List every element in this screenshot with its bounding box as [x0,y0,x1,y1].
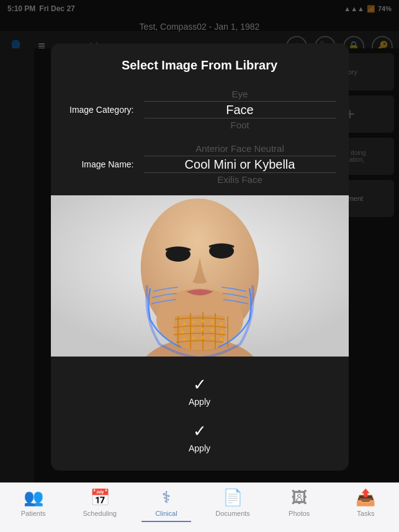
picker-separator-top [144,101,336,102]
photos-icon: 🖼 [291,488,307,507]
modal-overlay: Select Image From Library Image Category… [0,0,399,532]
clinical-underline [141,521,191,522]
picker-separator-bottom [144,118,336,118]
svg-point-18 [202,336,204,339]
category-eye-option: Eye [144,87,336,101]
apply-checkmark-2: ✓ [193,422,207,441]
image-preview [51,195,349,357]
name-anterior-option: Anterior Face Neutral [144,142,336,156]
apply-button-2[interactable]: ✓ Apply [176,417,223,458]
tab-clinical[interactable]: ⚕ Clinical [141,488,191,522]
documents-label: Documents [215,510,250,517]
svg-point-12 [191,329,194,331]
svg-point-15 [221,330,223,333]
svg-point-16 [183,338,186,340]
name-exilis-option: Exilis Face [144,173,336,187]
patients-icon: 👥 [24,488,43,507]
modal-title: Select Image From Library [51,58,349,73]
scheduling-icon: 📅 [90,488,110,507]
svg-point-11 [181,330,184,333]
clinical-icon: ⚕ [162,488,171,507]
tab-bar: 👥 Patients 📅 Scheduling ⚕ Clinical 📄 Doc… [0,482,399,532]
category-face-option: Face [144,101,336,118]
image-category-section: Image Category: Eye Face Foot [51,85,349,135]
svg-point-13 [201,328,204,330]
apply-label-2: Apply [189,443,210,453]
svg-point-8 [202,320,204,322]
tab-scheduling[interactable]: 📅 Scheduling [75,488,125,517]
category-foot-option: Foot [144,118,336,132]
tasks-icon: 📤 [356,488,375,507]
apply-label-1: Apply [189,397,210,407]
clinical-label: Clinical [155,510,177,517]
documents-icon: 📄 [223,488,243,507]
scheduling-label: Scheduling [83,510,117,517]
svg-point-17 [192,337,195,339]
apply-checkmark-1: ✓ [193,375,207,394]
svg-point-14 [211,329,213,331]
image-category-picker[interactable]: Eye Face Foot [144,85,336,135]
tab-patients[interactable]: 👥 Patients [9,488,58,517]
patients-label: Patients [21,510,46,517]
tasks-label: Tasks [357,510,374,517]
face-illustration [51,195,349,357]
svg-point-6 [183,322,186,325]
tab-tasks[interactable]: 📤 Tasks [341,488,390,517]
name-coolmini-option: Cool Mini or Kybella [144,156,336,173]
svg-point-9 [211,321,213,323]
tab-documents[interactable]: 📄 Documents [208,488,258,517]
svg-point-7 [192,321,195,323]
svg-point-20 [220,338,223,340]
image-name-picker[interactable]: Anterior Face Neutral Cool Mini or Kybel… [144,140,336,189]
image-name-label: Image Name: [63,159,144,169]
svg-point-10 [220,322,223,325]
svg-point-19 [211,337,213,339]
name-picker-separator-bottom [144,172,336,173]
apply-buttons-section: ✓ Apply ✓ Apply [51,363,349,458]
photos-label: Photos [289,510,310,517]
tab-photos[interactable]: 🖼 Photos [274,488,324,517]
apply-button-1[interactable]: ✓ Apply [176,370,223,412]
image-category-label: Image Category: [63,105,144,115]
image-name-section: Image Name: Anterior Face Neutral Cool M… [51,140,349,189]
name-picker-separator-top [144,156,336,156]
modal-dialog: Select Image From Library Image Category… [51,43,349,471]
